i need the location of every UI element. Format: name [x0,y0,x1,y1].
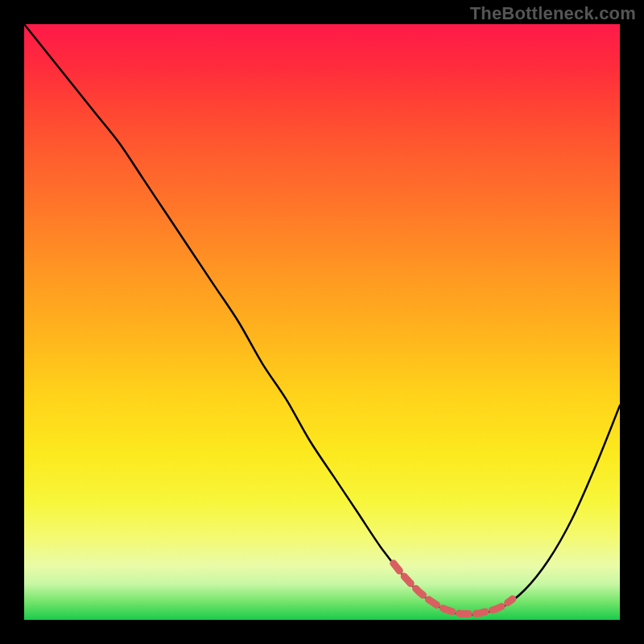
optimal-zone-marker [394,564,513,614]
watermark-text: TheBottleneck.com [470,3,636,24]
bottleneck-curve [24,24,620,615]
bottleneck-curve-svg [24,24,620,620]
